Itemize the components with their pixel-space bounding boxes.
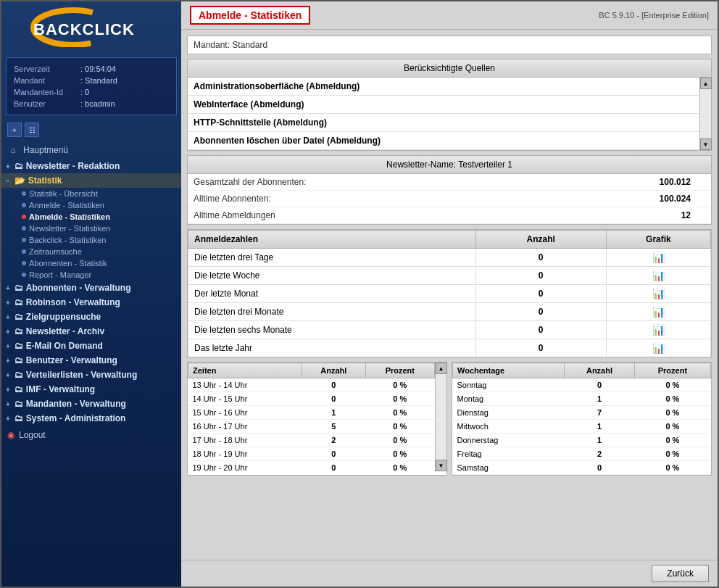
folder-open-icon: 📂	[14, 175, 25, 186]
anmelde-row-label: Die letzte Woche	[188, 267, 476, 285]
folder-icon: 🗂	[14, 161, 23, 171]
folder-icon: 🗂	[14, 297, 23, 307]
anmelde-row-chart[interactable]: 📊	[606, 339, 710, 357]
time-col-2: Anzahl	[302, 363, 365, 378]
weekday-prozent: 0 %	[634, 392, 710, 406]
dot-icon	[22, 273, 26, 277]
sources-list: Administrationsoberfläche (Abmeldung) We…	[188, 78, 699, 150]
time-scrollbar[interactable]: ▲ ▼	[435, 363, 446, 471]
statistik-submenu: Statistik - Übersicht Anmelde - Statisti…	[1, 188, 181, 281]
version-text: BC 5.9.10 - [Enterprise Edition]	[599, 11, 709, 20]
anmelde-row-chart[interactable]: 📊	[606, 285, 710, 303]
toolbar-btn-2[interactable]: ☷	[25, 123, 39, 137]
table-row: Der letzte Monat 0 📊	[188, 285, 711, 303]
weekday-anzahl: 7	[565, 406, 635, 420]
source-item-4: Abonnenten löschen über Datei (Abmeldung…	[188, 132, 699, 150]
weekday-panel: Wochentage Anzahl Prozent Sonntag 0 0 %	[452, 362, 712, 476]
sidebar-item-label: Mandanten - Verwaltung	[26, 399, 126, 409]
sidebar-item-imf[interactable]: + 🗂 IMF - Verwaltung	[1, 382, 181, 397]
anmelde-row-chart[interactable]: 📊	[606, 249, 710, 267]
sidebar-item-nl-archiv[interactable]: + 🗂 Newsletter - Archiv	[1, 324, 181, 339]
page-title: Abmelde - Statistiken	[199, 9, 302, 21]
sidebar-item-label: Newsletter - Archiv	[26, 326, 104, 336]
nl-value-2: 100.024	[633, 194, 705, 204]
nl-stats-row-1: Gesamtzahl der Abonnenten: 100.012	[188, 174, 711, 191]
anmelde-row-chart[interactable]: 📊	[606, 321, 710, 339]
sidebar-item-mandanten[interactable]: + 🗂 Mandanten - Verwaltung	[1, 397, 181, 411]
anmelde-table-scroll[interactable]: Anmeldezahlen Anzahl Grafik Die letzten …	[188, 230, 711, 357]
sidebar-item-anmelde-statistiken[interactable]: Anmelde - Statistiken	[16, 199, 181, 211]
page-title-box: Abmelde - Statistiken	[190, 6, 310, 25]
sidebar-item-report-manager[interactable]: Report - Manager	[16, 269, 181, 281]
time-anzahl: 1	[302, 406, 365, 420]
table-row: 19 Uhr - 20 Uhr 0 0 %	[188, 461, 435, 472]
table-row: 13 Uhr - 14 Uhr 0 0 %	[188, 378, 435, 392]
anmelde-row-chart[interactable]: 📊	[606, 267, 710, 285]
time-prozent: 0 %	[365, 406, 434, 420]
sidebar-item-logout[interactable]: ◉ Logout	[1, 426, 181, 444]
dot-icon	[22, 249, 26, 254]
time-col-3: Prozent	[365, 363, 434, 378]
scroll-up-btn[interactable]: ▲	[700, 78, 712, 89]
time-prozent: 0 %	[365, 447, 434, 461]
sidebar-item-zeitraumsuche[interactable]: Zeitraumsuche	[16, 246, 181, 257]
weekday-anzahl: 0	[565, 378, 635, 392]
table-row: Donnerstag 1 0 %	[453, 434, 711, 447]
scroll-up-btn[interactable]: ▲	[436, 363, 447, 374]
logout-label: Logout	[19, 430, 46, 440]
scroll-down-btn[interactable]: ▼	[700, 138, 712, 150]
sidebar-item-zielgruppe[interactable]: + 🗂 Zielgruppensuche	[1, 310, 181, 324]
nav-menu: ⌂ Hauptmenü + 🗂 Newsletter - Redaktion −…	[1, 140, 181, 587]
chart-icon: 📊	[652, 270, 665, 281]
weekday-anzahl: 1	[565, 420, 635, 434]
table-row: 14 Uhr - 15 Uhr 0 0 %	[188, 392, 435, 406]
weekday-anzahl: 1	[565, 434, 635, 447]
time-table-scroll[interactable]: Zeiten Anzahl Prozent 13 Uhr - 14 Uhr 0	[188, 363, 435, 471]
expand-icon: +	[6, 328, 10, 336]
sidebar-item-benutzer[interactable]: + 🗂 Benutzer - Verwaltung	[1, 353, 181, 368]
nl-stats-panel: Newsletter-Name: Testverteiler 1 Gesamtz…	[187, 155, 712, 225]
toolbar-btn-1[interactable]: +	[7, 123, 22, 137]
table-row: 17 Uhr - 18 Uhr 2 0 %	[188, 434, 435, 447]
table-row: Die letzte Woche 0 📊	[188, 267, 711, 285]
expand-icon: +	[6, 371, 10, 379]
table-row: Die letzten drei Monate 0 📊	[188, 303, 711, 321]
time-label: 14 Uhr - 15 Uhr	[188, 392, 302, 406]
time-label: 18 Uhr - 19 Uhr	[188, 447, 302, 461]
sidebar-item-verteilerlisten[interactable]: + 🗂 Verteilerlisten - Verwaltung	[1, 368, 181, 382]
sources-content: Administrationsoberfläche (Abmeldung) We…	[188, 78, 711, 150]
sidebar-item-backclick-statistiken[interactable]: Backclick - Statistiken	[16, 234, 181, 246]
sidebar-item-system[interactable]: + 🗂 System - Administration	[1, 411, 181, 426]
main-content: Abmelde - Statistiken BC 5.9.10 - [Enter…	[181, 1, 718, 587]
back-button[interactable]: Zurück	[652, 565, 709, 582]
sidebar-item-hauptmenu[interactable]: ⌂ Hauptmenü	[1, 141, 181, 159]
weekday-prozent: 0 %	[634, 461, 710, 475]
sidebar-item-label: Abonnenten - Verwaltung	[26, 283, 131, 293]
dot-icon	[22, 261, 26, 265]
sidebar-item-label: IMF - Verwaltung	[26, 384, 95, 394]
sources-scrollbar[interactable]: ▲ ▼	[699, 78, 711, 150]
weekday-label: Donnerstag	[453, 434, 565, 447]
sidebar-item-label: Benutzer - Verwaltung	[26, 355, 117, 365]
sidebar-item-newsletter-statistiken[interactable]: Newsletter - Statistiken	[16, 223, 181, 234]
sidebar-item-newsletter-redaktion[interactable]: + 🗂 Newsletter - Redaktion	[1, 159, 181, 173]
anmelde-row-anzahl: 0	[475, 321, 606, 339]
sidebar-item-statistik[interactable]: − 📂 Statistik	[1, 173, 181, 188]
sidebar-item-statistik-overview[interactable]: Statistik - Übersicht	[16, 188, 181, 199]
sidebar-item-label: Newsletter - Redaktion	[26, 161, 120, 171]
weekday-label: Mittwoch	[453, 420, 565, 434]
anmelde-row-anzahl: 0	[475, 339, 606, 357]
sidebar-item-abonnenten[interactable]: + 🗂 Abonnenten - Verwaltung	[1, 281, 181, 295]
anmelde-row-label: Das letzte Jahr	[188, 339, 476, 357]
scroll-down-btn[interactable]: ▼	[436, 460, 447, 471]
source-item-2: WebInterface (Abmeldung)	[188, 96, 699, 114]
anmelde-row-chart[interactable]: 📊	[606, 303, 710, 321]
sidebar-item-abonnenten-statistik[interactable]: Abonnenten - Statistik	[16, 257, 181, 269]
sidebar-item-abmelde-statistiken[interactable]: Abmelde - Statistiken	[16, 211, 181, 223]
bottom-tables: Zeiten Anzahl Prozent 13 Uhr - 14 Uhr 0	[187, 362, 712, 476]
folder-icon: 🗂	[14, 341, 23, 351]
sources-header: Berücksichtigte Quellen	[188, 59, 711, 78]
server-time-value: : 09:54:04	[80, 64, 169, 74]
sidebar-item-robinson[interactable]: + 🗂 Robinson - Verwaltung	[1, 295, 181, 310]
sidebar-item-email-demand[interactable]: + 🗂 E-Mail On Demand	[1, 339, 181, 353]
